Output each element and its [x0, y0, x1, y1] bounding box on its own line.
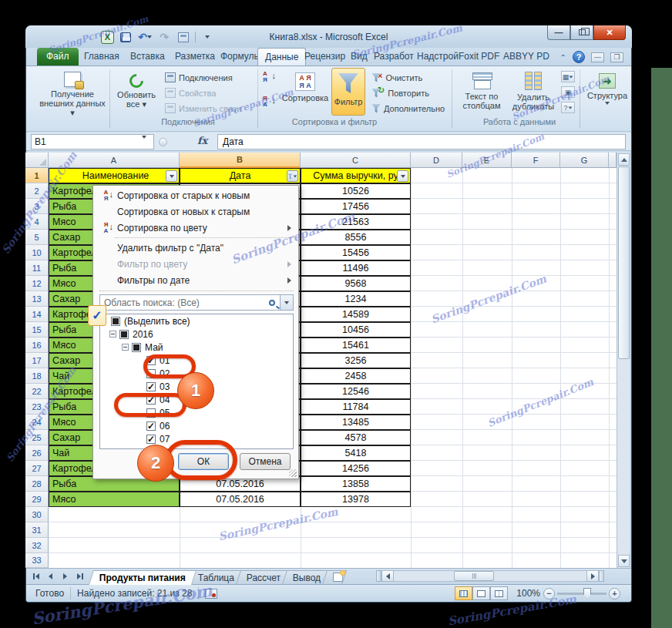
horizontal-scroll-thumb[interactable]: [454, 571, 494, 581]
checkbox-checked-icon[interactable]: [146, 382, 156, 391]
workbook-minimize-button[interactable]: —: [591, 52, 604, 62]
scroll-up-button[interactable]: [618, 153, 630, 166]
row-number[interactable]: 13: [25, 291, 49, 307]
prev-sheet-button[interactable]: [44, 571, 57, 583]
filter-search-box[interactable]: Область поиска: (Все): [99, 294, 294, 311]
collapse-ribbon-icon[interactable]: ⌃: [560, 53, 566, 62]
cell-sum[interactable]: 13485: [301, 415, 411, 430]
tab-insert[interactable]: Вставка: [123, 48, 172, 65]
horizontal-scrollbar[interactable]: [376, 569, 604, 583]
column-header-b[interactable]: B: [180, 153, 301, 168]
cell-sum[interactable]: 11784: [301, 399, 411, 415]
restore-button[interactable]: [570, 25, 593, 40]
tab-split-handle[interactable]: [376, 570, 381, 582]
cell-sum[interactable]: 2458: [301, 368, 411, 384]
sheet-tab-products[interactable]: Продукты питания: [89, 570, 197, 585]
column-header-g[interactable]: G: [560, 153, 609, 168]
workbook-restore-button[interactable]: ❐: [610, 52, 623, 62]
tab-abbyy[interactable]: ABBYY PD: [496, 48, 556, 65]
row-number[interactable]: 28: [25, 476, 49, 492]
tab-file[interactable]: Файл: [37, 48, 79, 65]
row-number[interactable]: 16: [25, 338, 49, 353]
checkbox-checked-icon[interactable]: [146, 421, 156, 431]
cell-a1[interactable]: Наименование: [49, 168, 180, 183]
formula-input[interactable]: Дата: [217, 134, 626, 149]
advanced-filter-button[interactable]: Дополнительно: [371, 102, 445, 115]
cancel-button[interactable]: Отмена: [240, 453, 291, 470]
cell-sum[interactable]: 21563: [301, 214, 411, 230]
cell-sum[interactable]: 15461: [301, 338, 411, 353]
last-sheet-button[interactable]: [73, 571, 86, 583]
insert-sheet-button[interactable]: [322, 570, 347, 585]
window-split-handle[interactable]: [599, 570, 604, 582]
cell-sum[interactable]: 14589: [301, 307, 411, 322]
outline-button[interactable]: ➜ Структура: [584, 68, 630, 117]
autofilter-dropdown-a[interactable]: [166, 170, 177, 182]
tab-home[interactable]: Главная: [77, 48, 126, 65]
reapply-filter-button[interactable]: ↻ Повторить: [371, 86, 429, 99]
cell-sum[interactable]: 8556: [301, 230, 411, 245]
remove-duplicates-button[interactable]: Удалитьдубликаты: [509, 68, 558, 117]
connections-button[interactable]: Подключения: [165, 71, 233, 84]
cell-sum[interactable]: 13978: [301, 492, 411, 507]
cell-sum[interactable]: 17456: [301, 199, 411, 214]
search-dropdown-button[interactable]: [280, 295, 293, 310]
scroll-left-button[interactable]: [381, 570, 394, 582]
excel-logo-icon[interactable]: X: [101, 31, 114, 44]
autofilter-dropdown-b-active[interactable]: [287, 170, 298, 182]
row-number[interactable]: 4: [25, 214, 49, 230]
table-preview-button[interactable]: [176, 29, 191, 45]
row-number[interactable]: 25: [25, 430, 49, 445]
edit-links-button[interactable]: Изменить связи: [165, 102, 241, 115]
menu-item-remove-filter[interactable]: × Удалить фильтр с "Дата": [94, 240, 297, 256]
row-number[interactable]: 1: [25, 168, 49, 183]
cell-sum[interactable]: 13858: [301, 476, 411, 492]
menu-item-filter-by-color[interactable]: Фильтр по цвету: [94, 256, 297, 272]
checkbox-partial-icon[interactable]: [119, 330, 129, 339]
properties-button[interactable]: Свойства: [165, 86, 216, 99]
page-break-view-button[interactable]: [490, 586, 508, 600]
zoom-in-button[interactable]: +: [609, 588, 620, 599]
tree-item-01[interactable]: 01: [100, 354, 293, 367]
row-number[interactable]: 12: [25, 276, 49, 291]
close-button[interactable]: ✕: [593, 25, 626, 40]
normal-view-button[interactable]: [455, 586, 472, 600]
customize-qat-button[interactable]: [200, 29, 215, 45]
cell-sum[interactable]: 3256: [301, 353, 411, 368]
row-number[interactable]: 33: [25, 553, 49, 568]
what-if-analysis-button[interactable]: ?: [561, 102, 575, 113]
menu-item-sort-newest-oldest[interactable]: ЯА Сортировка от новых к старым: [94, 203, 297, 220]
filter-button[interactable]: Фильтр: [331, 68, 365, 116]
get-external-data-button[interactable]: Получениевнешних данных ▾: [37, 68, 108, 117]
resize-grip[interactable]: [289, 469, 297, 477]
autofilter-dropdown-c[interactable]: [397, 170, 408, 182]
row-number[interactable]: 29: [25, 492, 49, 507]
insert-function-button[interactable]: fx: [197, 135, 207, 146]
cell-c1[interactable]: Сумма выручки, ру: [301, 168, 411, 183]
cell-sum[interactable]: 1234: [301, 291, 411, 307]
menu-item-date-filters[interactable]: Фильтры по дате: [94, 272, 297, 288]
minimize-button[interactable]: —: [547, 25, 570, 40]
cell-sum[interactable]: 10526: [301, 183, 411, 199]
row-number[interactable]: 26: [25, 445, 49, 461]
consolidate-button[interactable]: ▣: [561, 86, 575, 98]
select-all-corner[interactable]: [25, 153, 49, 168]
row-number[interactable]: 17: [25, 353, 49, 368]
cell-sum[interactable]: 10456: [301, 322, 411, 338]
refresh-all-button[interactable]: Обновитьвсе ▾: [113, 68, 160, 117]
scroll-right-button[interactable]: [586, 570, 599, 582]
checkbox-partial-icon[interactable]: [132, 343, 141, 352]
cell-sum[interactable]: 14256: [301, 461, 411, 476]
column-header-a[interactable]: A: [49, 153, 180, 168]
collapse-expander-icon[interactable]: [109, 331, 116, 338]
cell-name[interactable]: Мясо: [49, 492, 180, 507]
name-box[interactable]: B1: [31, 134, 154, 149]
cell-sum[interactable]: 15456: [301, 245, 411, 260]
help-icon[interactable]: ?: [573, 51, 585, 63]
row-number[interactable]: 24: [25, 415, 49, 430]
tree-item-select-all[interactable]: (Выделить все): [100, 314, 293, 327]
tree-item-2016[interactable]: 2016: [100, 327, 293, 341]
cell-sum[interactable]: 12546: [301, 384, 411, 399]
row-number[interactable]: 2: [25, 183, 49, 199]
row-number[interactable]: 30: [25, 507, 49, 522]
